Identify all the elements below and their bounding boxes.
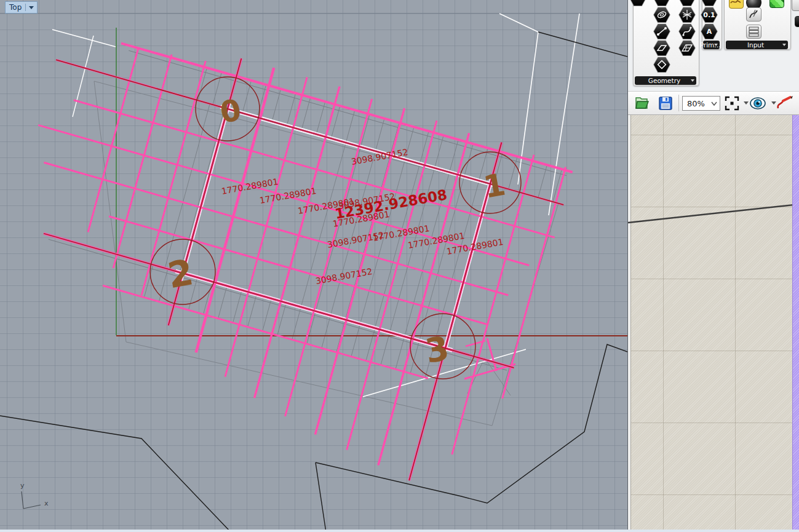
corner-number-label: 2 (165, 251, 197, 296)
number-slider-icon[interactable] (729, 0, 744, 9)
curve-hex-icon[interactable] (679, 24, 695, 39)
grasshopper-component-palette: 0.1AGeometryPrim...Input (628, 0, 799, 91)
input-expand-arrow[interactable] (782, 44, 786, 46)
save-file-button[interactable] (658, 95, 674, 111)
number-hex-icon[interactable]: 0.1 (701, 7, 717, 22)
viewport-line (375, 119, 384, 151)
zoom-select-chevron-icon (711, 101, 717, 106)
prim-expand-arrow[interactable] (714, 44, 718, 46)
viewport-line (450, 140, 459, 172)
rhino-viewport[interactable]: 3098.9071521770.2898011770.2898011770.28… (0, 0, 627, 532)
box-hex-icon[interactable] (654, 57, 670, 72)
viewport-line (159, 269, 168, 301)
viewport-line (351, 324, 360, 357)
viewport-line (248, 295, 257, 327)
viewport-line (52, 30, 116, 47)
hex-glyph-text: A (701, 24, 717, 39)
viewport-drawing[interactable]: 3098.9071521770.2898011770.2898011770.28… (0, 0, 627, 532)
viewport-line (549, 14, 579, 215)
viewport-line (307, 311, 316, 344)
zoom-extents-menu-arrow[interactable] (744, 101, 749, 105)
canvas-zoom-select[interactable]: 80% (682, 96, 720, 111)
viewport-line (272, 89, 281, 122)
viewport-title-separator (25, 4, 26, 11)
preview-button[interactable] (749, 96, 767, 111)
viewport-line (538, 165, 547, 197)
zoom-extents-button[interactable] (724, 95, 740, 111)
viewport-line (322, 316, 331, 348)
viewport-line (22, 491, 23, 509)
viewport-line (263, 298, 272, 331)
viewport-line (420, 131, 429, 164)
status-bar-sliver (0, 530, 799, 532)
tab-geometry[interactable]: Geometry (635, 76, 696, 85)
toolbar-separator (678, 95, 679, 111)
clipped-dark-icon[interactable] (795, 16, 799, 27)
canvas-zoom-value: 80% (687, 99, 705, 108)
plane-hex-icon[interactable] (654, 41, 670, 55)
viewport-line (347, 121, 437, 450)
colour-swatch-icon[interactable] (769, 0, 784, 8)
sketch-tool-button[interactable] (776, 95, 795, 112)
viewport-line (435, 135, 444, 168)
geometry-label: Geometry (648, 77, 680, 84)
viewport-line (121, 43, 573, 172)
viewport-title[interactable]: Top (5, 1, 38, 14)
grasshopper-panel: 0.1AGeometryPrim...Input 80% (627, 0, 799, 532)
viewport-line (242, 81, 252, 113)
viewport-menu-arrow-icon[interactable] (29, 6, 34, 9)
prim-top-hex-icon[interactable] (701, 0, 717, 6)
viewport-line (301, 97, 311, 130)
viewport-line (23, 505, 41, 509)
grasshopper-canvas[interactable] (628, 115, 799, 532)
viewport-line (218, 286, 228, 319)
viewport-title-label: Top (9, 3, 22, 12)
axis-x-label: x (44, 499, 49, 507)
viewport-line (381, 332, 390, 365)
mesh-hex-icon[interactable] (679, 7, 695, 22)
axis-y-label: y (20, 482, 25, 490)
viewport-line (378, 133, 469, 465)
geometry-expand-arrow[interactable] (691, 79, 694, 82)
canvas-wire (628, 115, 799, 532)
hex-glyph-text: 0.1 (701, 7, 717, 22)
sphere-hex-icon[interactable] (679, 0, 695, 6)
viewport-line (129, 50, 566, 175)
viewport-line (538, 32, 627, 57)
clipped-toolbar-icon[interactable] (792, 0, 799, 11)
point-hex-icon[interactable] (654, 0, 670, 6)
line-hex-icon[interactable] (654, 24, 670, 39)
input-label: Input (747, 41, 764, 49)
rhino-grasshopper-window: 3098.9071521770.2898011770.2898011770.28… (0, 0, 799, 532)
surface-hex-icon[interactable] (679, 41, 695, 55)
viewport-line (503, 167, 566, 399)
circle-hex-icon[interactable] (654, 7, 670, 22)
tab-prim[interactable]: Prim... (703, 41, 720, 49)
viewport-polyline (0, 416, 231, 532)
panel-component-icon[interactable] (746, 25, 761, 39)
viewport-line (396, 336, 405, 369)
viewport-line (366, 328, 375, 361)
tab-input[interactable]: Input (726, 41, 788, 49)
open-file-button[interactable] (634, 95, 650, 111)
text-hex-icon[interactable]: A (701, 24, 717, 39)
viewport-line (346, 110, 355, 143)
viewport-line (316, 101, 325, 134)
grasshopper-canvas-toolbar: 80% (628, 91, 799, 115)
viewport-polyline (316, 344, 627, 503)
viewport-line (360, 114, 370, 147)
viewport-line (292, 307, 301, 339)
vector-hex-icon[interactable] (630, 0, 646, 6)
dimension-label: 3098.907152 (351, 147, 409, 167)
graph-mapper-icon[interactable] (746, 7, 761, 22)
canvas-group-stripe[interactable] (792, 115, 799, 532)
viewport-polyline (316, 463, 326, 532)
